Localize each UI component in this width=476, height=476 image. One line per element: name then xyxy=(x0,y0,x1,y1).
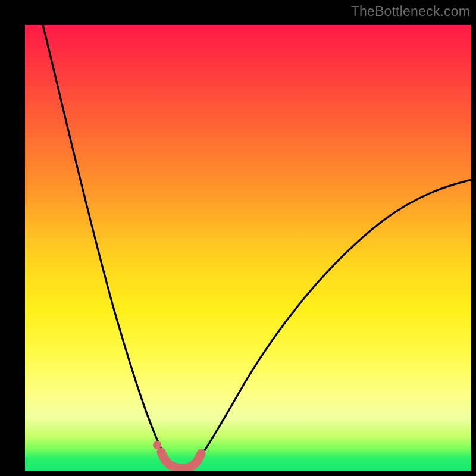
plot-area xyxy=(25,25,471,471)
chart-svg xyxy=(25,25,471,471)
pink-overlay-curve xyxy=(161,452,201,468)
left-curve xyxy=(43,25,171,465)
pink-dot xyxy=(153,441,161,449)
watermark-text: TheBottleneck.com xyxy=(351,4,470,20)
right-curve xyxy=(196,180,471,464)
chart-frame: TheBottleneck.com xyxy=(0,0,476,476)
